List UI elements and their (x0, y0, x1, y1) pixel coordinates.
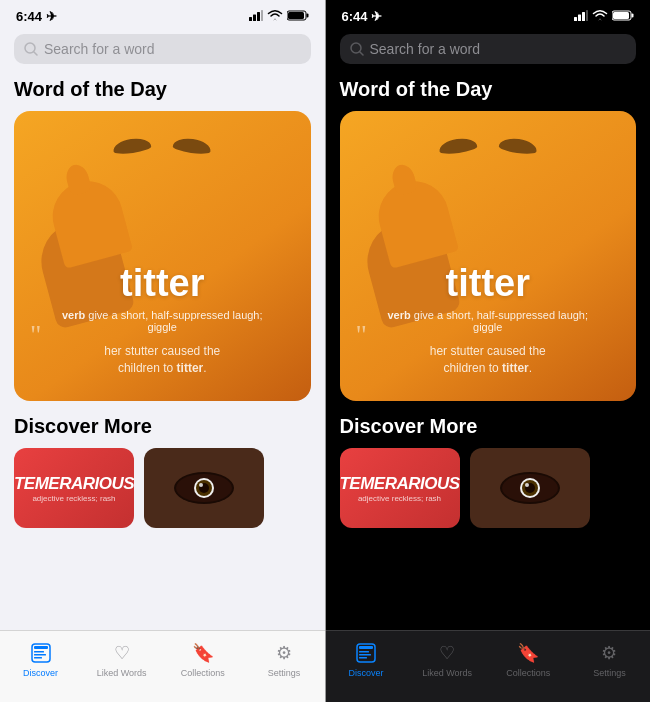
light-panel: 6:44 ✈ (0, 0, 325, 702)
tab-settings-dark[interactable]: ⚙ Settings (569, 641, 650, 678)
svg-rect-2 (257, 12, 260, 21)
word-card-light[interactable]: " titter verb give a short, half-suppres… (14, 111, 311, 401)
tab-bar-light: Discover ♡ Liked Words 🔖 Collections ⚙ S… (0, 630, 325, 702)
tile-temerarious-dark[interactable]: TEMERARIOUS adjective reckless; rash (340, 448, 460, 528)
card-example-suffix-dark: . (529, 361, 532, 375)
tab-collections-dark[interactable]: 🔖 Collections (488, 641, 569, 678)
tab-discover-dark[interactable]: Discover (326, 641, 407, 678)
card-example-suffix-light: . (203, 361, 206, 375)
card-word-dark: titter (446, 262, 530, 305)
left-eyebrow-light (112, 136, 152, 155)
svg-rect-0 (249, 17, 252, 21)
card-def-text-light: give a short, half-suppressed laugh; gig… (88, 309, 262, 333)
battery-icon-light (287, 10, 309, 23)
tile-eye-light[interactable] (144, 448, 264, 528)
eyebrows-light (113, 139, 211, 153)
status-icons-light (249, 9, 309, 23)
discover-more-dark: Discover More TEMERARIOUS adjective reck… (340, 415, 637, 528)
svg-rect-6 (306, 13, 308, 17)
tab-liked-icon-dark: ♡ (435, 641, 459, 665)
tab-settings-label-light: Settings (268, 668, 301, 678)
tab-settings-light[interactable]: ⚙ Settings (243, 641, 324, 678)
tab-bar-dark: Discover ♡ Liked Words 🔖 Collections ⚙ S… (326, 630, 651, 702)
tab-settings-label-dark: Settings (593, 668, 626, 678)
svg-rect-25 (613, 12, 629, 19)
svg-line-28 (360, 52, 363, 55)
discover-tiles-dark: TEMERARIOUS adjective reckless; rash (340, 448, 637, 528)
svg-rect-38 (359, 654, 371, 656)
search-bar-dark[interactable]: Search for a word (340, 34, 637, 64)
tile-word-dark: TEMERARIOUS (340, 474, 460, 494)
card-word-light: titter (120, 262, 204, 305)
tile-def-light: adjective reckless; rash (32, 494, 115, 503)
content-light: Word of the Day " titter verb give a sho… (0, 70, 325, 630)
tile-def-dark: adjective reckless; rash (358, 494, 441, 503)
svg-rect-37 (359, 651, 369, 653)
eye-icon-dark (495, 468, 565, 508)
svg-rect-22 (582, 12, 585, 21)
tab-discover-label-dark: Discover (349, 668, 384, 678)
svg-rect-16 (34, 646, 48, 649)
svg-point-34 (525, 483, 529, 487)
tab-settings-icon-light: ⚙ (272, 641, 296, 665)
tab-settings-icon-dark: ⚙ (597, 641, 621, 665)
tab-discover-light[interactable]: Discover (0, 641, 81, 678)
signal-icon-light (249, 10, 263, 23)
content-dark: Word of the Day " titter verb give a sho… (326, 70, 651, 630)
svg-rect-5 (288, 12, 304, 19)
right-eyebrow-dark (498, 136, 538, 155)
tab-liked-icon-light: ♡ (110, 641, 134, 665)
discover-more-title-light: Discover More (14, 415, 311, 438)
status-time-dark: 6:44 ✈ (342, 9, 383, 24)
svg-rect-21 (578, 14, 581, 21)
finger-tip-light (63, 162, 92, 197)
svg-rect-19 (34, 657, 42, 659)
card-pos-dark: verb (387, 309, 410, 321)
left-eyebrow-dark (438, 136, 478, 155)
card-example-light: her stutter caused thechildren to titter… (104, 343, 220, 377)
status-time-light: 6:44 ✈ (16, 9, 57, 24)
quote-mark-dark: " (356, 319, 367, 351)
discover-more-title-dark: Discover More (340, 415, 637, 438)
card-example-bold-light: titter (177, 361, 204, 375)
svg-rect-17 (34, 651, 44, 653)
quote-mark-light: " (30, 319, 41, 351)
svg-rect-18 (34, 654, 46, 656)
word-of-day-title-dark: Word of the Day (340, 78, 637, 101)
status-icons-dark (574, 9, 634, 23)
finger-tip-dark (389, 162, 418, 197)
search-placeholder-light: Search for a word (44, 41, 155, 57)
tab-liked-label-dark: Liked Words (422, 668, 472, 678)
svg-rect-20 (574, 17, 577, 21)
card-definition-dark: verb give a short, half-suppressed laugh… (378, 309, 598, 333)
svg-rect-39 (359, 657, 367, 659)
word-card-dark[interactable]: " titter verb give a short, half-suppres… (340, 111, 637, 401)
dark-panel: 6:44 ✈ (326, 0, 651, 702)
tab-discover-icon-dark (354, 641, 378, 665)
card-definition-light: verb give a short, half-suppressed laugh… (52, 309, 272, 333)
tab-collections-light[interactable]: 🔖 Collections (162, 641, 243, 678)
word-of-day-title-light: Word of the Day (14, 78, 311, 101)
discover-more-light: Discover More TEMERARIOUS adjective reck… (14, 415, 311, 528)
status-bar-light: 6:44 ✈ (0, 0, 325, 28)
svg-point-14 (199, 483, 203, 487)
eye-icon-light (169, 468, 239, 508)
eyebrows-dark (439, 139, 537, 153)
tile-temerarious-light[interactable]: TEMERARIOUS adjective reckless; rash (14, 448, 134, 528)
discover-tiles-light: TEMERARIOUS adjective reckless; rash (14, 448, 311, 528)
svg-rect-23 (586, 10, 588, 21)
right-eyebrow-light (172, 136, 212, 155)
tab-liked-label-light: Liked Words (97, 668, 147, 678)
tile-word-light: TEMERARIOUS (14, 474, 134, 494)
tab-collections-icon-light: 🔖 (191, 641, 215, 665)
tab-collections-icon-dark: 🔖 (516, 641, 540, 665)
tab-liked-light[interactable]: ♡ Liked Words (81, 641, 162, 678)
search-bar-light[interactable]: Search for a word (14, 34, 311, 64)
tab-collections-label-dark: Collections (506, 668, 550, 678)
card-example-bold-dark: titter (502, 361, 529, 375)
svg-rect-36 (359, 646, 373, 649)
signal-icon-dark (574, 10, 588, 23)
tab-liked-dark[interactable]: ♡ Liked Words (407, 641, 488, 678)
wifi-icon-light (267, 9, 283, 23)
tile-eye-dark[interactable] (470, 448, 590, 528)
